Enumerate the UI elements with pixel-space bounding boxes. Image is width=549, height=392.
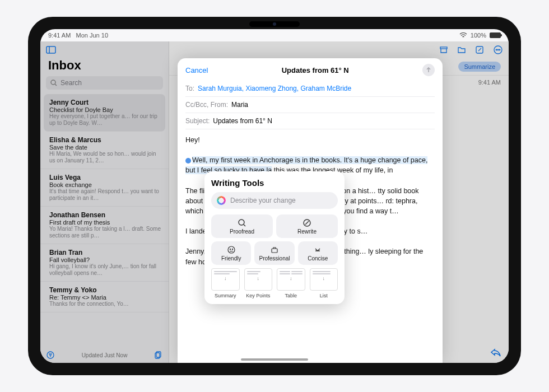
subject-label: Subject:: [185, 117, 210, 125]
copy-icon[interactable]: [154, 351, 163, 360]
table-button[interactable]: ↓ Table: [277, 268, 305, 298]
recipients[interactable]: Sarah Murguia, Xiaomeng Zhong, Graham Mc…: [198, 85, 351, 92]
archive-icon[interactable]: [439, 45, 448, 54]
svg-rect-0: [46, 46, 55, 53]
summary-button[interactable]: ↓ Summary: [211, 268, 240, 298]
svg-line-17: [244, 225, 245, 226]
writing-tools-popover: Writing Tools Describe your change Proof…: [204, 171, 345, 304]
selection-handle[interactable]: [185, 158, 191, 164]
cancel-button[interactable]: Cancel: [185, 66, 208, 74]
compose-title: Updates from 61° N: [282, 66, 349, 74]
proofread-button[interactable]: Proofread: [211, 214, 273, 238]
concise-button[interactable]: Concise: [298, 241, 338, 265]
home-indicator[interactable]: [241, 358, 308, 361]
updated-label: Updated Just Now: [82, 352, 128, 358]
briefcase-icon: [271, 246, 278, 254]
svg-point-2: [51, 80, 55, 85]
reply-icon[interactable]: [490, 347, 502, 357]
svg-line-3: [55, 84, 57, 86]
svg-point-20: [228, 246, 235, 253]
svg-point-14: [497, 49, 499, 50]
professional-button[interactable]: Professional: [254, 241, 294, 265]
inbox-title: Inbox: [40, 58, 169, 76]
ai-icon: [217, 196, 226, 205]
status-date: Mon Jun 10: [76, 32, 108, 39]
arrow-up-icon: [425, 67, 432, 73]
keypoints-button[interactable]: ↓ Key Points: [244, 268, 273, 298]
more-icon[interactable]: [493, 45, 503, 55]
status-time: 9:41 AM: [48, 32, 71, 39]
svg-point-13: [496, 49, 497, 50]
svg-line-19: [305, 221, 309, 225]
svg-rect-23: [272, 249, 277, 253]
message-row[interactable]: Elisha & Marcus Save the date Hi Maria, …: [40, 132, 169, 169]
message-row[interactable]: Jonathan Bensen First draft of my thesis…: [40, 207, 169, 244]
message-row[interactable]: Jenny Court Checklist for Doyle Bay Hey …: [44, 94, 165, 132]
compose-icon[interactable]: [475, 45, 484, 54]
sidebar-toggle-icon[interactable]: [46, 46, 56, 54]
status-bar: 9:41 AM Mon Jun 10 100%: [40, 29, 509, 41]
svg-point-15: [499, 49, 500, 50]
folder-icon[interactable]: [457, 45, 466, 54]
rewrite-icon: [303, 218, 311, 227]
from-name[interactable]: Maria: [231, 101, 248, 109]
to-label: To:: [185, 85, 194, 92]
smile-icon: [227, 246, 235, 254]
cc-from-label: Cc/Bcc, From:: [185, 101, 228, 109]
svg-point-22: [232, 249, 232, 249]
message-row[interactable]: Luis Vega Book exchange It's that time a…: [40, 169, 169, 207]
concise-icon: [314, 246, 322, 254]
send-button[interactable]: [422, 64, 435, 76]
friendly-button[interactable]: Friendly: [211, 241, 251, 265]
message-row[interactable]: Temmy & Yoko Re: Temmy <> Maria Thanks f…: [40, 282, 169, 312]
message-timestamp: 9:41 AM: [478, 79, 501, 86]
search-input[interactable]: Search: [46, 76, 163, 90]
battery-percent: 100%: [471, 32, 486, 39]
magnifier-icon: [238, 218, 246, 227]
battery-icon: [490, 32, 501, 38]
writing-tools-title: Writing Tools: [211, 178, 338, 188]
svg-point-16: [239, 220, 244, 225]
list-button[interactable]: ↓ List: [310, 268, 338, 298]
subject-value[interactable]: Updates from 61° N: [213, 117, 272, 125]
rewrite-button[interactable]: Rewrite: [276, 214, 338, 238]
filter-icon[interactable]: [46, 351, 55, 360]
svg-point-21: [230, 249, 230, 249]
describe-change-input[interactable]: Describe your change: [211, 192, 338, 209]
summarize-button[interactable]: Summarize: [458, 62, 501, 72]
wifi-icon: [459, 32, 467, 38]
svg-rect-10: [440, 47, 447, 49]
sidebar: Inbox Search Jenny Court Checklist for D…: [40, 41, 169, 363]
message-row[interactable]: Brian Tran Fall volleyball? Hi gang, I k…: [40, 244, 169, 282]
search-icon: [50, 80, 57, 86]
